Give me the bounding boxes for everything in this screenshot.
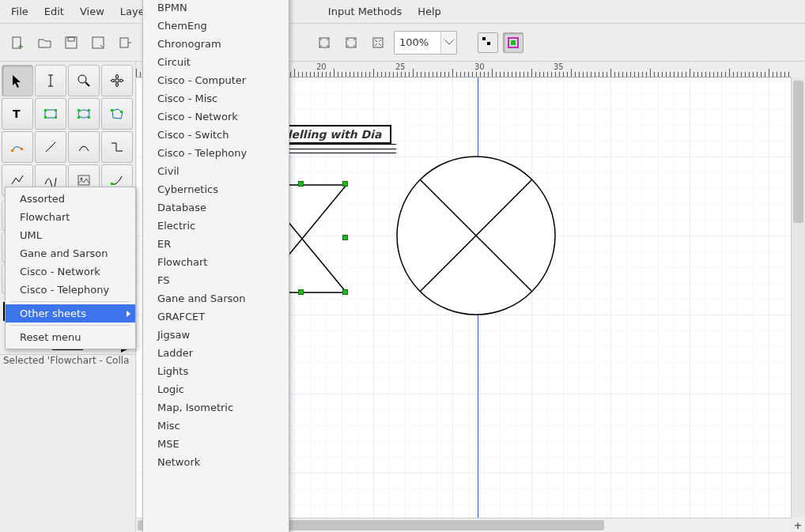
sheet-item-electric[interactable]: Electric <box>143 217 289 235</box>
sheet-item-cisco-telephony[interactable]: Cisco - Telephony <box>143 144 289 162</box>
sheet-item-flowchart[interactable]: Flowchart <box>143 253 289 271</box>
status-bar: Selected 'Flowchart - Colla <box>0 354 135 368</box>
svg-line-18 <box>85 82 89 86</box>
add-diagram-icon[interactable]: + <box>791 518 805 532</box>
sheet-menu-reset[interactable]: Reset menu <box>6 328 135 346</box>
zoom-combo[interactable]: 100% <box>394 31 457 55</box>
svg-rect-32 <box>11 149 13 152</box>
scrollbar-thumb[interactable] <box>793 81 803 223</box>
svg-rect-31 <box>120 111 123 113</box>
zoom-tool-icon[interactable] <box>68 65 100 96</box>
menu-file[interactable]: File <box>3 2 36 21</box>
export-icon[interactable] <box>114 32 136 54</box>
svg-rect-29 <box>88 116 90 119</box>
sheet-menu-uml[interactable]: UML <box>6 226 135 244</box>
svg-rect-21 <box>44 109 47 111</box>
sheet-item-gane-sarson[interactable]: Gane and Sarson <box>143 289 289 308</box>
ellipse-tool-icon[interactable] <box>68 98 100 130</box>
text-edit-tool-icon[interactable] <box>35 65 66 96</box>
pointer-tool-icon[interactable] <box>2 65 33 96</box>
menu-separator <box>10 301 130 302</box>
resize-handle[interactable] <box>298 289 304 295</box>
zigzag-tool-icon[interactable] <box>101 131 133 163</box>
sheet-item-network[interactable]: Network <box>143 453 289 471</box>
sheet-item-database[interactable]: Database <box>143 198 289 217</box>
main-menubar: File Edit View Layers Input Methods Help <box>0 0 805 24</box>
svg-rect-3 <box>66 37 77 48</box>
svg-text:T: T <box>13 108 21 120</box>
sheet-menu-assorted[interactable]: Assorted <box>6 190 135 208</box>
zoom-value: 100% <box>395 36 440 48</box>
svg-rect-13 <box>511 40 516 45</box>
polygon-tool-icon[interactable] <box>101 98 133 130</box>
sheet-item-map-isometric[interactable]: Map, Isometric <box>143 398 289 417</box>
svg-rect-9 <box>373 38 383 47</box>
sheet-item-mse[interactable]: MSE <box>143 435 289 453</box>
sheet-item-lights[interactable]: Lights <box>143 362 289 380</box>
open-file-icon[interactable] <box>33 32 55 54</box>
svg-rect-27 <box>88 109 90 111</box>
sheet-item-cisco-computer[interactable]: Cisco - Computer <box>143 71 289 89</box>
sheet-item-cisco-switch[interactable]: Cisco - Switch <box>143 126 289 144</box>
main-toolbar: 100% <box>0 24 805 62</box>
sheet-menu-gane-sarson[interactable]: Gane and Sarson <box>6 244 135 262</box>
zoom-out-icon[interactable] <box>367 32 389 54</box>
toolbox: T <box>0 62 135 199</box>
resize-handle[interactable] <box>342 181 348 187</box>
sheet-context-menu: Assorted Flowchart UML Gane and Sarson C… <box>5 187 136 349</box>
arc-tool-icon[interactable] <box>68 131 100 163</box>
fit-page-icon[interactable] <box>313 32 335 54</box>
other-sheets-submenu: BPMN ChemEng Chronogram Circuit Cisco - … <box>142 0 289 532</box>
box-tool-icon[interactable] <box>35 98 66 130</box>
sheet-menu-flowchart[interactable]: Flowchart <box>6 208 135 226</box>
sheet-item-circuit[interactable]: Circuit <box>143 53 289 71</box>
text-tool-icon[interactable]: T <box>2 98 33 130</box>
sheet-item-misc[interactable]: Misc <box>143 417 289 435</box>
save-file-icon[interactable] <box>60 32 82 54</box>
menu-input-methods[interactable]: Input Methods <box>320 2 410 21</box>
sheet-item-cybernetics[interactable]: Cybernetics <box>143 180 289 198</box>
sheet-item-chemeng[interactable]: ChemEng <box>143 17 289 35</box>
ruler-label: 25 <box>395 62 406 71</box>
canvas-shape-summary[interactable] <box>393 153 559 319</box>
menu-help[interactable]: Help <box>410 2 449 21</box>
sheet-menu-cisco-network[interactable]: Cisco - Network <box>6 262 135 281</box>
sheet-item-logic[interactable]: Logic <box>143 380 289 398</box>
resize-handle[interactable] <box>342 289 348 295</box>
sheet-item-cisco-network[interactable]: Cisco - Network <box>143 108 289 126</box>
sheet-item-er[interactable]: ER <box>143 235 289 253</box>
zoom-in-icon[interactable] <box>340 32 362 54</box>
sheet-item-chronogram[interactable]: Chronogram <box>143 35 289 53</box>
save-as-icon[interactable] <box>87 32 109 54</box>
sheet-item-fs[interactable]: FS <box>143 271 289 289</box>
sheet-item-grafcet[interactable]: GRAFCET <box>143 308 289 326</box>
menu-edit[interactable]: Edit <box>36 2 72 21</box>
svg-point-17 <box>78 75 86 83</box>
sheet-menu-cisco-telephony[interactable]: Cisco - Telephony <box>6 281 135 299</box>
sheet-item-ladder[interactable]: Ladder <box>143 344 289 362</box>
svg-rect-28 <box>77 116 80 119</box>
sheet-menu-other-sheets[interactable]: Other sheets <box>6 304 135 323</box>
snap-grid-toggle[interactable] <box>478 32 498 53</box>
resize-handle[interactable] <box>298 181 304 187</box>
ruler-label: 35 <box>554 62 564 71</box>
line-tool-icon[interactable] <box>35 131 66 163</box>
new-file-icon[interactable] <box>6 32 28 54</box>
snap-object-toggle[interactable] <box>503 32 523 53</box>
resize-handle[interactable] <box>342 235 348 240</box>
ruler-label: 30 <box>474 62 485 71</box>
vertical-scrollbar[interactable] <box>791 77 805 518</box>
chevron-down-icon[interactable] <box>440 32 456 54</box>
menu-view[interactable]: View <box>72 2 112 21</box>
svg-rect-23 <box>44 116 47 119</box>
svg-point-36 <box>81 178 83 180</box>
sheet-item-cisco-misc[interactable]: Cisco - Misc <box>143 89 289 108</box>
bezier-tool-icon[interactable] <box>2 131 33 163</box>
sheet-item-jigsaw[interactable]: Jigsaw <box>143 326 289 344</box>
sheet-item-bpmn[interactable]: BPMN <box>143 0 289 17</box>
menu-separator <box>10 325 130 326</box>
sheet-item-civil[interactable]: Civil <box>143 162 289 180</box>
ruler-label: 20 <box>316 62 327 71</box>
svg-rect-24 <box>55 116 57 119</box>
pan-tool-icon[interactable] <box>101 65 133 96</box>
